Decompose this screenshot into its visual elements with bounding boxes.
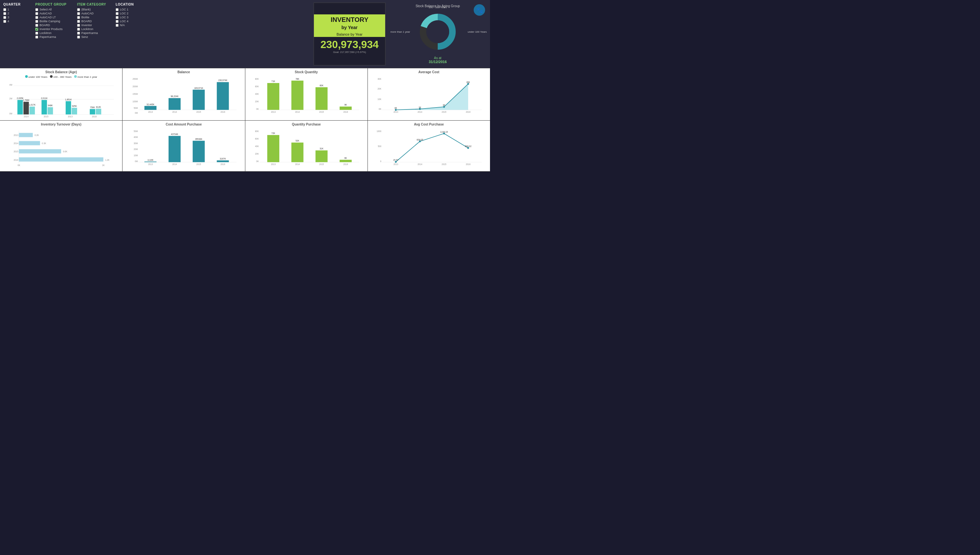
svg-text:750K: 750K (90, 106, 95, 109)
svg-text:31K: 31K (320, 148, 323, 150)
pg-selectall[interactable]: Select All (35, 8, 71, 11)
pg-inventor[interactable]: Inventor Products (35, 27, 71, 31)
ic-senz-cb[interactable] (77, 35, 80, 38)
svg-rect-38 (144, 106, 157, 110)
svg-text:566.02: 566.02 (465, 145, 472, 148)
svg-text:98,224K: 98,224K (171, 95, 179, 98)
locna-cb[interactable] (116, 24, 118, 27)
pg-paperkarma-cb[interactable] (35, 35, 38, 38)
svg-text:10M: 10M (134, 154, 138, 157)
svg-text:2013: 2013 (148, 163, 153, 165)
legend-more1yr: more than 1 year (74, 75, 97, 79)
loc3[interactable]: LOC 3 (116, 16, 139, 19)
product-group-label: PRODUCT GROUP (35, 3, 71, 6)
loc4[interactable]: LOC 4 (116, 19, 139, 23)
loc4-cb[interactable] (116, 20, 118, 23)
pg-lockitron-label: Lockitron (40, 31, 52, 35)
q3-checkbox[interactable] (3, 16, 6, 19)
ic-paperkarma[interactable]: PaperKarma (77, 31, 110, 35)
svg-rect-10 (17, 100, 23, 114)
loc4-label: LOC 4 (120, 19, 128, 23)
q2-item[interactable]: 2 (3, 12, 29, 15)
locna[interactable]: N/A (116, 24, 139, 27)
donut-area: 🐾 Stock Balance by Aging Group more than… (389, 3, 487, 65)
svg-text:60K: 60K (320, 84, 323, 87)
svg-text:0M: 0M (10, 112, 13, 115)
q1-checkbox[interactable] (3, 8, 6, 11)
svg-text:500: 500 (377, 145, 381, 148)
pg-lockitron[interactable]: Lockitron (35, 31, 71, 35)
svg-text:80K: 80K (255, 130, 259, 132)
legend-under100: under 100 Years (25, 75, 47, 79)
q4-item[interactable]: 4 (3, 19, 29, 23)
svg-text:948K: 948K (48, 104, 53, 107)
ic-board[interactable]: BOARD (77, 19, 110, 23)
ic-autocad-cb[interactable] (77, 12, 80, 15)
ic-biolite-cb[interactable] (77, 16, 80, 19)
svg-rect-24 (72, 108, 77, 114)
top-panel: Quarter 1 2 3 4 PRODUCT GROUP Select All… (0, 0, 490, 68)
ic-lockitron-cb[interactable] (77, 28, 80, 31)
loc1-cb[interactable] (116, 8, 118, 11)
ic-biolite[interactable]: Biolite (77, 16, 110, 19)
svg-marker-74 (396, 84, 468, 110)
pg-inventor-label: Inventor Products (40, 27, 63, 31)
loc2-label: LOC 2 (120, 12, 128, 15)
svg-text:52K: 52K (295, 140, 299, 142)
ic-paperkarma-cb[interactable] (77, 32, 80, 35)
q3-item[interactable]: 3 (3, 16, 29, 19)
kpi-label: Balance by Year (314, 32, 385, 37)
ic-inventor[interactable]: Inventor (77, 24, 110, 27)
q2-checkbox[interactable] (3, 12, 6, 15)
ic-inventor-cb[interactable] (77, 24, 80, 27)
ic-board-cb[interactable] (77, 20, 80, 23)
svg-text:2014: 2014 (14, 142, 19, 144)
ic-lockitron[interactable]: Lockitron (77, 27, 110, 31)
svg-rect-66 (339, 107, 352, 110)
svg-text:9K: 9K (344, 104, 347, 106)
chart-balance-svg: 250M 200M 150M 100M 50M 32,445K 2013 98,… (125, 75, 242, 114)
svg-text:2015: 2015 (196, 163, 201, 165)
svg-rect-112 (169, 136, 181, 162)
loc2-cb[interactable] (116, 12, 118, 15)
loc1[interactable]: LOC 1 (116, 8, 139, 11)
ic-blank-cb[interactable] (77, 8, 80, 11)
chart-sba-title: Stock Balance (Age) (3, 70, 120, 74)
svg-text:2014: 2014 (24, 115, 29, 118)
q1-item[interactable]: 1 (3, 8, 29, 11)
svg-text:1.2K: 1.2K (105, 159, 110, 161)
q4-checkbox[interactable] (3, 20, 6, 23)
svg-text:0: 0 (380, 160, 381, 162)
pg-autocadlt[interactable]: AutoCAD LT (35, 16, 71, 19)
svg-text:2013: 2013 (393, 111, 398, 113)
ic-autocad-label: AutoCAD (82, 12, 94, 15)
legend-100-360: 100 - 360 Years (50, 75, 72, 79)
pg-selectall-cb[interactable] (35, 8, 38, 11)
pg-lockitron-cb[interactable] (35, 32, 38, 35)
svg-text:20K: 20K (255, 152, 259, 155)
svg-rect-22 (66, 101, 71, 115)
svg-rect-60 (291, 81, 303, 110)
pg-autocad-cb[interactable] (35, 12, 38, 15)
pg-board[interactable]: BOARD (35, 24, 71, 27)
pg-inventor-cb[interactable] (35, 28, 38, 31)
svg-text:2014: 2014 (173, 163, 177, 165)
pg-board-cb[interactable] (35, 24, 38, 27)
ic-lockitron-label: Lockitron (82, 27, 93, 31)
ic-blank[interactable]: (Blank) (77, 8, 110, 11)
svg-text:2015: 2015 (14, 150, 19, 152)
pg-autocadlt-cb[interactable] (35, 16, 38, 19)
svg-rect-94 (19, 141, 40, 146)
ic-autocad[interactable]: AutoCAD (77, 12, 110, 15)
pg-autocad[interactable]: AutoCAD (35, 12, 71, 15)
svg-text:60K: 60K (255, 138, 259, 140)
pg-paperkarma[interactable]: PaperKarma (35, 35, 71, 38)
pg-biolite-cb[interactable] (35, 20, 38, 23)
pg-biolite[interactable]: Biolite Camping (35, 19, 71, 23)
chart-costpurch-title: Cost Amount Purchase (125, 123, 242, 126)
ic-senz[interactable]: Senz (77, 35, 110, 38)
svg-text:1000: 1000 (377, 130, 382, 132)
svg-text:2016: 2016 (92, 115, 97, 118)
loc3-cb[interactable] (116, 16, 118, 19)
loc2[interactable]: LOC 2 (116, 12, 139, 15)
